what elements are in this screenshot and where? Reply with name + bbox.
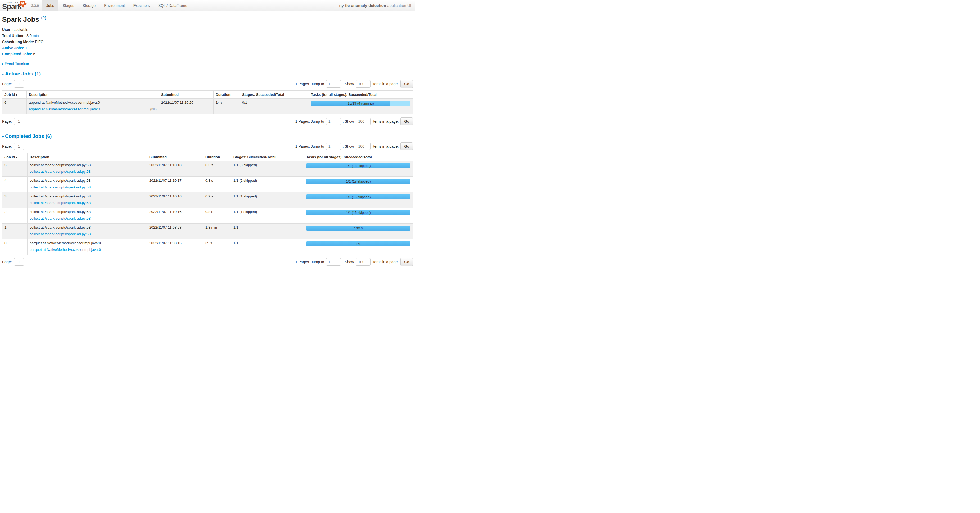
jump-to-input[interactable]: [326, 118, 341, 125]
job-description: collect at /spark-scripts/spark-ad.py:53: [30, 179, 145, 183]
pages-jump-text: 1 Pages. Jump to: [295, 119, 324, 124]
column-header-tasks[interactable]: Tasks (for all stages): Succeeded/Total: [309, 91, 413, 98]
tab-jobs[interactable]: Jobs: [42, 0, 59, 11]
pages-jump-text: 1 Pages. Jump to: [295, 82, 324, 86]
job-id-cell: 2: [2, 208, 27, 223]
go-button[interactable]: Go: [401, 118, 413, 125]
job-description: collect at /spark-scripts/spark-ad.py:53: [30, 194, 145, 198]
go-button[interactable]: Go: [401, 258, 413, 266]
column-header-description[interactable]: Description: [27, 91, 159, 98]
tab-sql-dataframe[interactable]: SQL / DataFrame: [154, 0, 191, 11]
go-button[interactable]: Go: [401, 142, 413, 150]
job-id-cell: 4: [2, 176, 27, 192]
submitted-cell: 2022/11/07 11:10:16: [147, 208, 203, 223]
tasks-cell: 1/1 (16 skipped): [304, 208, 413, 223]
items-text: items in a page.: [372, 82, 399, 86]
tasks-progress-label: 1/1 (16 skipped): [306, 210, 410, 215]
application-title: ny-tlc-anomaly-detection application UI: [339, 3, 415, 8]
tab-stages[interactable]: Stages: [59, 0, 79, 11]
column-header-submitted[interactable]: Submitted: [159, 91, 213, 98]
job-detail-link[interactable]: collect at /spark-scripts/spark-ad.py:53: [30, 201, 91, 205]
jump-to-input[interactable]: [326, 80, 341, 87]
tab-storage[interactable]: Storage: [78, 0, 100, 11]
jump-to-input[interactable]: [326, 143, 341, 150]
job-detail-link[interactable]: collect at /spark-scripts/spark-ad.py:53: [30, 216, 91, 221]
help-icon[interactable]: (?): [41, 15, 46, 20]
column-header-duration[interactable]: Duration: [213, 91, 240, 98]
column-header-job-id[interactable]: Job Id▾: [2, 91, 27, 98]
duration-cell: 0.5 s: [203, 161, 231, 176]
nav-tabs: Jobs Stages Storage Environment Executor…: [42, 0, 191, 11]
table-row: 6 append at NativeMethodAccessorImpl.jav…: [2, 98, 413, 114]
column-header-tasks[interactable]: Tasks (for all stages): Succeeded/Total: [304, 153, 413, 161]
column-header-stages[interactable]: Stages: Succeeded/Total: [231, 153, 304, 161]
table-row: 4 collect at /spark-scripts/spark-ad.py:…: [2, 176, 413, 192]
page-number-input[interactable]: [14, 143, 24, 150]
tasks-cell: 1/1 (16 skipped): [304, 192, 413, 208]
go-button[interactable]: Go: [401, 80, 413, 88]
job-detail-link[interactable]: collect at /spark-scripts/spark-ad.py:53: [30, 170, 91, 173]
job-detail-link[interactable]: collect at /spark-scripts/spark-ad.py:53: [30, 232, 91, 236]
tasks-cell: 1/1 (17 skipped): [304, 176, 413, 192]
tasks-progress-bar: 1/1 (16 skipped): [306, 210, 410, 215]
job-detail-link[interactable]: append at NativeMethodAccessorImpl.java:…: [29, 107, 100, 111]
submitted-cell: 2022/11/07 11:10:18: [147, 161, 203, 176]
items-per-page-input[interactable]: [356, 258, 371, 266]
page-number-input[interactable]: [14, 80, 24, 87]
tasks-progress-bar: 15/19 (4 running): [311, 101, 410, 106]
jump-to-input[interactable]: [326, 258, 341, 266]
stages-cell: 1/1: [231, 223, 304, 239]
tasks-progress-bar: 1/1 (18 skipped): [306, 163, 410, 168]
sort-desc-icon: ▾: [16, 94, 17, 96]
column-header-stages[interactable]: Stages: Succeeded/Total: [240, 91, 309, 98]
table-row: 3 collect at /spark-scripts/spark-ad.py:…: [2, 192, 413, 208]
summary-active-jobs: Active Jobs: 1: [2, 45, 413, 51]
kill-link[interactable]: (kill): [150, 107, 157, 111]
event-timeline-toggle[interactable]: ▸Event Timeline: [2, 61, 413, 66]
column-header-duration[interactable]: Duration: [203, 153, 231, 161]
tab-executors[interactable]: Executors: [129, 0, 154, 11]
items-per-page-input[interactable]: [356, 143, 371, 150]
chevron-down-icon: ▾: [2, 73, 4, 76]
tasks-cell: 15/19 (4 running): [309, 98, 413, 114]
stages-cell: 1/1 (3 skipped): [231, 161, 304, 176]
active-jobs-section-header[interactable]: ▾Active Jobs (1): [2, 71, 41, 77]
spark-version: 3.3.0: [31, 4, 39, 11]
summary-scheduling-mode: Scheduling Mode: FIFO: [2, 39, 413, 45]
page-label: Page:: [2, 260, 12, 264]
description-cell: parquet at NativeMethodAccessorImpl.java…: [27, 239, 147, 254]
stages-cell: 1/1 (1 skipped): [231, 208, 304, 223]
job-description: collect at /spark-scripts/spark-ad.py:53: [30, 210, 145, 214]
table-row: 2 collect at /spark-scripts/spark-ad.py:…: [2, 208, 413, 223]
submitted-cell: 2022/11/07 11:10:20: [159, 98, 213, 114]
spark-logo[interactable]: APACHE Spark: [0, 0, 30, 11]
column-header-job-id[interactable]: Job Id▾: [2, 153, 27, 161]
tasks-progress-label: 1/1 (16 skipped): [306, 194, 410, 200]
tasks-progress-label: 16/16: [306, 226, 410, 231]
job-summary: User: stackable Total Uptime: 3.0 min Sc…: [2, 27, 413, 57]
tasks-cell: 16/16: [304, 223, 413, 239]
stages-cell: 1/1 (1 skipped): [231, 192, 304, 208]
column-header-submitted[interactable]: Submitted: [147, 153, 203, 161]
tab-environment[interactable]: Environment: [100, 0, 129, 11]
svg-text:Spark: Spark: [2, 2, 22, 11]
show-text: . Show: [343, 119, 354, 124]
job-description: collect at /spark-scripts/spark-ad.py:53: [30, 163, 145, 167]
job-detail-link[interactable]: collect at /spark-scripts/spark-ad.py:53: [30, 185, 91, 189]
column-header-description[interactable]: Description: [27, 153, 147, 161]
items-per-page-input[interactable]: [356, 80, 371, 87]
page-label: Page:: [2, 119, 12, 124]
pages-jump-text: 1 Pages. Jump to: [295, 260, 324, 264]
completed-jobs-section-header[interactable]: ▾Completed Jobs (6): [2, 133, 52, 139]
active-jobs-table: Job Id▾ Description Submitted Duration S…: [2, 91, 413, 114]
description-cell: collect at /spark-scripts/spark-ad.py:53…: [27, 192, 147, 208]
page-number-input[interactable]: [14, 118, 24, 125]
items-per-page-input[interactable]: [356, 118, 371, 125]
duration-cell: 0.3 s: [203, 176, 231, 192]
job-detail-link[interactable]: parquet at NativeMethodAccessorImpl.java…: [30, 248, 101, 252]
active-jobs-link[interactable]: Active Jobs:: [2, 46, 24, 50]
job-id-cell: 1: [2, 223, 27, 239]
page-number-input[interactable]: [14, 258, 24, 266]
items-text: items in a page.: [372, 119, 399, 124]
completed-jobs-link[interactable]: Completed Jobs:: [2, 52, 32, 56]
